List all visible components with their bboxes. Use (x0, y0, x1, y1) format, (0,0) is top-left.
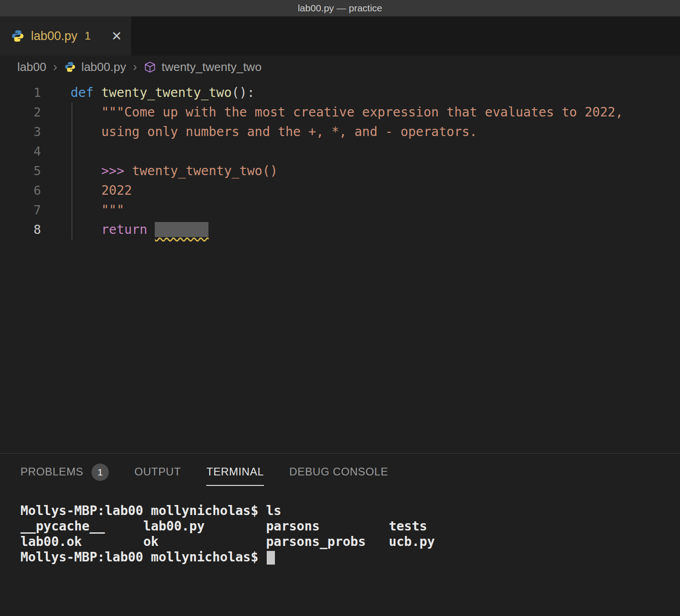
code-segment: return (101, 222, 147, 237)
line-number[interactable]: 8 (0, 220, 41, 239)
code-segment: """Come up with the most creative expres… (101, 105, 623, 120)
tab-lab00-py[interactable]: lab00.py 1 ✕ (0, 16, 131, 56)
code-segment: twenty_twenty_two() (132, 163, 278, 178)
code-line[interactable]: 8 return (0, 220, 680, 239)
panel-tab-label: PROBLEMS (20, 465, 83, 478)
code-segment: twenty_twenty_two (101, 85, 232, 100)
line-number[interactable]: 4 (0, 141, 41, 161)
line-number[interactable]: 5 (0, 161, 41, 181)
editor-lines: 1def twenty_twenty_two():2 """Come up wi… (0, 83, 680, 239)
code-segment: """ (101, 202, 124, 217)
chevron-right-icon: › (53, 60, 57, 74)
breadcrumb: lab00 › lab00.py › twenty_twenty_two (0, 56, 680, 78)
code-line[interactable]: 4 (0, 141, 680, 161)
code-segment (71, 183, 101, 198)
breadcrumb-symbol[interactable]: twenty_twenty_two (162, 60, 262, 74)
code-segment (71, 222, 101, 237)
error-squiggle (155, 222, 208, 237)
code-segment (94, 85, 101, 100)
code-segment (71, 163, 101, 178)
terminal-output[interactable]: Mollys-MBP:lab00 mollynicholas$ ls__pyca… (20, 503, 680, 565)
indent-guide (71, 102, 72, 240)
code-segment (71, 124, 101, 139)
terminal-line: Mollys-MBP:lab00 mollynicholas$ (20, 550, 680, 565)
panel-tab-label: OUTPUT (134, 465, 181, 478)
terminal-line: lab00.ok ok parsons_probs ucb.py (20, 534, 680, 550)
code-segment (147, 222, 155, 237)
terminal-line: Mollys-MBP:lab00 mollynicholas$ ls (20, 503, 680, 519)
panel-tab-label: TERMINAL (206, 465, 264, 478)
window-titlebar[interactable]: lab00.py — practice (0, 0, 680, 16)
panel-tab-problems[interactable]: PROBLEMS1 (20, 465, 109, 486)
panel-tabs: PROBLEMS1OUTPUTTERMINALDEBUG CONSOLE (0, 454, 680, 486)
close-icon[interactable]: ✕ (112, 29, 122, 44)
tab-problems-count: 1 (85, 30, 91, 42)
editor-tabbar: lab00.py 1 ✕ (0, 16, 680, 56)
python-icon (64, 61, 76, 73)
tab-filename: lab00.py (31, 29, 77, 43)
panel-tab-output[interactable]: OUTPUT (134, 465, 181, 486)
line-number[interactable]: 6 (0, 181, 41, 200)
python-icon (11, 29, 25, 43)
line-number[interactable]: 7 (0, 200, 41, 220)
breadcrumb-file[interactable]: lab00.py (81, 60, 126, 74)
code-segment (71, 105, 101, 120)
code-line[interactable]: 1def twenty_twenty_two(): (0, 83, 680, 102)
code-line[interactable]: 5 >>> twenty_twenty_two() (0, 161, 680, 181)
code-line[interactable]: 6 2022 (0, 181, 680, 200)
code-segment: def (71, 85, 94, 100)
editor[interactable]: 1def twenty_twenty_two():2 """Come up wi… (0, 78, 680, 453)
terminal-line: __pycache__ lab00.py parsons tests (20, 519, 680, 534)
symbol-function-icon (144, 61, 156, 73)
problems-badge: 1 (91, 464, 109, 481)
line-number[interactable]: 2 (0, 102, 41, 122)
line-number[interactable]: 1 (0, 83, 41, 102)
chevron-right-icon: › (133, 60, 137, 74)
code-segment: (): (232, 85, 255, 100)
panel-tab-debug-console[interactable]: DEBUG CONSOLE (289, 465, 388, 486)
bottom-panel: PROBLEMS1OUTPUTTERMINALDEBUG CONSOLE Mol… (0, 453, 680, 616)
code-segment: using only numbers and the +, *, and - o… (101, 124, 477, 139)
line-number[interactable]: 3 (0, 122, 41, 141)
code-line[interactable]: 7 """ (0, 200, 680, 220)
breadcrumb-folder[interactable]: lab00 (17, 60, 46, 74)
code-segment: 2022 (101, 183, 132, 198)
panel-tab-terminal[interactable]: TERMINAL (206, 465, 264, 486)
window-title: lab00.py — practice (298, 3, 382, 14)
code-line[interactable]: 3 using only numbers and the +, *, and -… (0, 122, 680, 141)
panel-tab-label: DEBUG CONSOLE (289, 465, 388, 478)
terminal-cursor (267, 551, 275, 565)
code-line[interactable]: 2 """Come up with the most creative expr… (0, 102, 680, 122)
code-segment: >>> (101, 163, 132, 178)
code-segment (71, 202, 101, 217)
